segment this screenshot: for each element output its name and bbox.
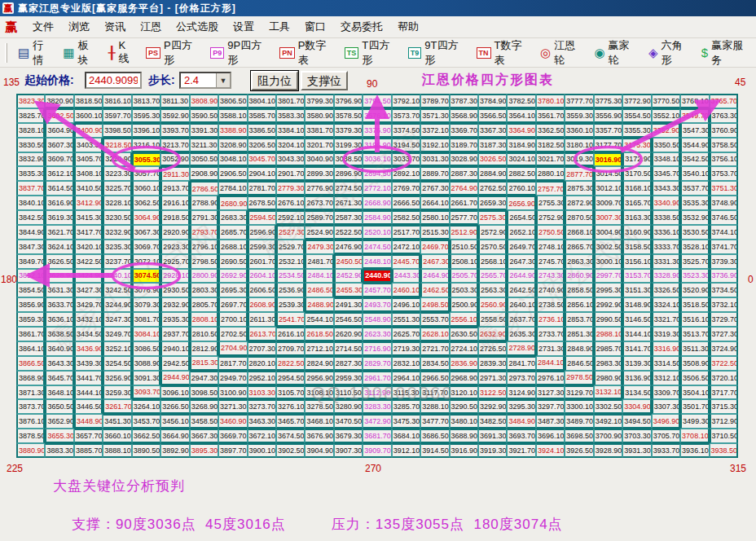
grid-cell: 2952.10 <box>248 371 276 385</box>
toolbar-label: 赢家服务 <box>711 38 750 68</box>
grid-cell: 3093.70 <box>132 385 160 400</box>
angle-label-225: 225 <box>7 463 23 474</box>
grid-cell: 2961.70 <box>363 371 391 385</box>
grid-cell: 3842.50 <box>16 210 45 225</box>
grid-cell: 3813.70 <box>132 94 160 108</box>
grid-cell: 3396.10 <box>132 123 160 138</box>
grid-cell: 2702.50 <box>218 327 247 341</box>
grid-cell: 2901.70 <box>276 166 305 181</box>
toolbar-hexagon[interactable]: ◈六角形 <box>643 36 696 70</box>
grid-cell: 3686.50 <box>420 429 449 443</box>
grid-cell: 3936.10 <box>680 443 709 458</box>
grid-cell: 2824.90 <box>305 356 333 371</box>
grid-cell: 2467.30 <box>420 254 449 269</box>
grid-cell: 3290.50 <box>450 399 478 414</box>
grid-cell: 3772.90 <box>622 94 651 108</box>
grid-cell: 3828.10 <box>16 123 45 138</box>
angle-label-90: 90 <box>367 78 377 90</box>
grid-cell: 2560.90 <box>478 297 507 312</box>
grid-cell: 3513.70 <box>680 327 709 341</box>
toolbar-t-number[interactable]: TNT数字表 <box>471 36 534 70</box>
toolbar-t-square[interactable]: TST四方形 <box>339 36 402 70</box>
grid-cell: 3916.90 <box>450 443 478 458</box>
grid-cell: 2714.50 <box>334 341 363 356</box>
step-value: 2.4 <box>181 73 216 87</box>
grid-cell: 3652.90 <box>45 414 73 429</box>
grid-cell: 3676.90 <box>305 429 333 443</box>
grid-cell: 2973.70 <box>507 371 535 385</box>
grid-cell: 3535.30 <box>680 196 709 210</box>
angle-label-135: 135 <box>3 77 20 88</box>
grid-cell: 3525.70 <box>680 254 709 269</box>
toolbar-9p-square[interactable]: P99P四方形 <box>204 36 274 70</box>
menu-item-江恩[interactable]: 江恩 <box>133 16 169 37</box>
grid-cell: 3650.50 <box>45 399 73 414</box>
grid-cell: 2462.50 <box>420 283 449 297</box>
grid-cell: 3537.70 <box>680 181 709 196</box>
toolbar-winner-wheel[interactable]: ◉赢家轮 <box>588 36 642 70</box>
grid-cell: 3576.10 <box>363 108 391 123</box>
toolbar-winner-service[interactable]: $赢家服务 <box>696 36 756 70</box>
grid-cell: 3660.10 <box>103 429 131 443</box>
grid-cell: 2836.90 <box>450 356 478 371</box>
grid-cell: 3115.30 <box>392 385 420 400</box>
menu-item-窗口[interactable]: 窗口 <box>297 16 333 37</box>
menu-item-浏览[interactable]: 浏览 <box>61 16 97 37</box>
menu-item-设置[interactable]: 设置 <box>226 16 262 37</box>
combo-dropdown-icon[interactable]: ▼ <box>216 73 230 87</box>
grid-cell: 2911.30 <box>160 166 189 181</box>
grid-cell: 3607.30 <box>45 138 73 152</box>
grid-cell: 3393.70 <box>160 123 189 138</box>
resistance-button[interactable]: 阻力位 <box>251 71 298 90</box>
grid-cell: 2450.50 <box>334 254 363 269</box>
menu-item-公式选股[interactable]: 公式选股 <box>169 16 226 37</box>
toolbar-p-square[interactable]: PSP四方形 <box>140 36 204 70</box>
toolbar-p-number[interactable]: PNP数字表 <box>274 36 339 70</box>
grid-cell: 3614.50 <box>45 181 73 196</box>
toolbar-9t-square[interactable]: T99T四方形 <box>402 36 471 70</box>
grid-cell: 3151.30 <box>622 283 651 297</box>
support-button[interactable]: 支撑位 <box>301 71 348 90</box>
menu-item-帮助[interactable]: 帮助 <box>390 16 426 37</box>
grid-cell: 2877.70 <box>565 166 593 181</box>
grid-cell: 2733.70 <box>536 327 565 341</box>
grid-cell: 2452.90 <box>334 269 363 284</box>
grid-cell: 3043.30 <box>276 152 305 167</box>
grid-cell: 2760.10 <box>507 181 535 196</box>
grid-cell: 3081.70 <box>132 312 160 327</box>
menu-item-文件[interactable]: 文件 <box>25 16 61 37</box>
toolbar-quote-table[interactable]: ▤行情 <box>12 36 57 70</box>
grid-cell: 2584.90 <box>363 210 391 225</box>
menu-item-工具[interactable]: 工具 <box>262 16 297 37</box>
grid-cell: 3818.50 <box>74 94 103 108</box>
grid-cell: 3369.70 <box>450 123 478 138</box>
grid-cell: 3110.50 <box>334 385 363 400</box>
grid-cell: 2604.10 <box>248 269 276 284</box>
menu-item-资讯[interactable]: 资讯 <box>97 16 133 37</box>
grid-cell: 3187.30 <box>478 138 507 152</box>
grid-cell: 3631.30 <box>45 283 73 297</box>
grid-cell: 2856.10 <box>565 297 593 312</box>
grid-cell: 3240.10 <box>103 269 131 284</box>
toolbar-candlestick[interactable]: ╂K线 <box>103 37 140 68</box>
start-price-input[interactable] <box>85 72 142 89</box>
grid-cell: 2959.30 <box>334 371 363 385</box>
step-combobox[interactable]: 2.4 ▼ <box>179 72 231 89</box>
grid-cell: 2791.30 <box>190 210 218 225</box>
grid-cell: 2786.50 <box>190 181 218 196</box>
grid-cell: 3009.70 <box>594 196 622 210</box>
grid-cell: 3304.90 <box>622 399 651 414</box>
grid-cell: 3760.90 <box>710 123 738 138</box>
grid-cell: 2971.30 <box>478 371 507 385</box>
grid-cell: 2594.50 <box>248 210 276 225</box>
grid-cell: 2872.90 <box>565 196 593 210</box>
grid-cell: 3309.70 <box>652 385 680 400</box>
toolbar-sector-blocks[interactable]: ▦板块 <box>57 36 102 70</box>
grid-cell: 2553.70 <box>420 312 449 327</box>
toolbar-gann-wheel[interactable]: ◎江恩轮 <box>534 36 588 70</box>
menu-item-交易委托[interactable]: 交易委托 <box>333 16 390 37</box>
grid-cell: 3933.70 <box>652 443 680 458</box>
grid-cell: 3228.10 <box>103 196 131 210</box>
grid-cell: 2865.70 <box>565 240 593 254</box>
grid-cell: 3868.90 <box>16 371 45 385</box>
